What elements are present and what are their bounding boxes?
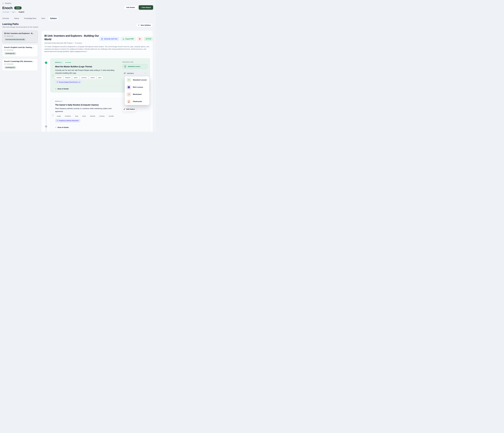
vocab-tag: construct [80,76,88,79]
menu-item-worksheet[interactable]: Worksheet [125,91,150,98]
menu-item-label: Worksheet [133,93,142,95]
tab-syllabus[interactable]: Syllabus [48,16,59,21]
syllabus-description: "A 4-week, IB-aligned curriculum designe… [44,45,150,53]
student-syllabus-page: Students Enoch Active Edit Details + New… [0,0,155,132]
grammar-focus-pill: T Present Simple (Third-Person 's') [55,80,82,84]
magic-wand-icon [124,72,126,74]
page-header: Students Enoch Active Edit Details + New… [0,0,155,13]
generate-unit-test-button[interactable]: Generate Unit Test [99,37,119,41]
section-heading: Learning Paths View and manage structure… [2,23,39,28]
section-title: Learning Paths [2,23,39,26]
vocab-tag: unlock [81,114,88,118]
meta-separator-dot [17,12,18,12]
breadcrumb-label: Students [5,2,11,4]
meta-grade: 1st Grade [2,11,9,13]
vocab-tag: character [88,114,97,118]
path-card-date: 29/03/2026 [7,35,13,37]
memo-pencil-icon [126,92,131,97]
tab-bar: Overview History Knowledge Base Tests Sy… [0,16,155,21]
add-more-label: Add More [127,72,134,74]
chevron-right-icon [55,88,56,89]
sparkles-icon [126,78,131,82]
breadcrumb[interactable]: Students [2,2,11,4]
chevron-right-icon [55,127,56,128]
vocab-tag: controller [107,114,115,118]
edit-details-button[interactable]: Edit Details [124,5,137,10]
chevron-down-icon [144,72,146,74]
edit-outline-button[interactable]: Edit Outline [122,107,136,111]
meta-subject: English [19,11,24,13]
show-ai-details-toggle[interactable]: Show AI Details [55,127,69,128]
meta-age: Age 7 [12,11,16,13]
export-pdf-button[interactable]: Export PDF [121,37,135,41]
module-pending-marker-icon [45,125,47,127]
menu-item-flashcards[interactable]: Flashcards [125,98,150,105]
path-card-title: IB Unit: Inventors and Explorers - B... [4,32,36,34]
edit-outline-label: Edit Outline [126,108,135,110]
syllabus-program: International Baccalaureate (IB) Program [44,42,73,44]
active-status-badge: ACTIVE [144,37,153,41]
plus-icon [138,24,140,26]
vocab-tag: inventory [98,114,106,118]
show-ai-details-toggle[interactable]: Show AI Details [55,88,69,90]
module-title: The Gamer's Daily Routine (Computer Game… [55,104,120,106]
menu-item-rich-lesson[interactable]: Rich Lesson [125,84,150,91]
module-description: Place frequency adverbs correctly in a s… [55,107,117,113]
generate-unit-test-label: Generate Unit Test [104,38,117,40]
arrow-left-icon [2,2,4,4]
module-complete-marker-icon [45,61,47,64]
drag-handle[interactable] [52,74,54,77]
drag-handle[interactable] [52,114,54,116]
resource-hub-label: RESOURCE HUB [122,61,147,63]
menu-item-label: Rich Lesson [133,86,143,88]
module-label: MODULE 2 [55,101,62,102]
text-format-icon: T [57,81,58,83]
calendar-icon [4,63,6,65]
standard-lesson-resource-button[interactable]: Standard Lesson [122,64,147,69]
module-description: Correctly use 'he' and 'she' with Presen… [55,69,117,75]
vocabulary-tags: architect blueprint attach construct col… [55,76,120,79]
vocab-tag: attach [72,76,79,79]
calendar-icon [4,35,6,37]
vocab-tag: usually [55,114,62,118]
pencil-icon [124,108,125,110]
new-report-button[interactable]: + New Report [139,5,153,10]
framed-picture-icon [126,99,131,104]
learning-path-list: IB Unit: Inventors and Explorers - B... … [2,31,38,71]
add-more-dropdown-button[interactable]: Add More [122,71,147,76]
vocab-tag: rarely [73,114,80,118]
vocab-tag: piece [97,76,103,79]
show-ai-details-label: Show AI Details [57,88,69,90]
export-pdf-label: Export PDF [126,38,134,40]
vocab-tag: colorful [89,76,96,79]
meta-separator-dot [10,12,11,12]
page-title: Enoch [2,6,12,10]
path-card-title: Enoch's Cambridge ESL Adventure... [4,61,36,62]
path-card-cambridge-adventure[interactable]: Enoch's Cambridge ESL Adventure... 29/03… [2,59,38,71]
path-card-ib-unit[interactable]: IB Unit: Inventors and Explorers - B... … [2,31,38,43]
tab-overview[interactable]: Overview [2,16,9,21]
grammar-focus-label: Frequency Adverbs Placement [59,120,79,121]
syllabus-program-row: International Baccalaureate (IB) Program… [44,42,99,44]
tab-knowledge-base[interactable]: Knowledge Base [24,16,36,21]
section-subtitle: View and manage structured plans for thi… [2,26,39,28]
student-meta: 1st Grade Age 7 English [2,11,153,13]
status-badge: Active [14,7,22,9]
generated-badge: Generated [63,61,73,64]
module-label: MODULE 1 [55,62,62,63]
new-syllabus-label: New Syllabus [141,24,151,26]
menu-item-label: Standard Lesson [133,79,147,81]
path-card-badge: International Baccalaureate (IB) [4,38,26,41]
path-card-english-level-up[interactable]: Enoch's English Level-Up: Gaming ... 29/… [2,45,38,57]
new-syllabus-button[interactable]: New Syllabus [136,23,153,27]
delete-syllabus-button[interactable] [137,37,142,41]
tab-history[interactable]: History [14,16,19,21]
path-card-badge: Cambridge ESL [4,52,16,55]
download-icon [123,38,124,40]
standard-lesson-resource-label: Standard Lesson [128,66,140,67]
add-more-menu: Standard Lesson Rich Lesson Worksheet [125,77,150,105]
menu-item-standard-lesson[interactable]: Standard Lesson [125,77,150,84]
syllabus-lesson-count: 8 Lessons [75,42,82,44]
tab-tests[interactable]: Tests [41,16,45,21]
timeline-line [46,62,46,132]
